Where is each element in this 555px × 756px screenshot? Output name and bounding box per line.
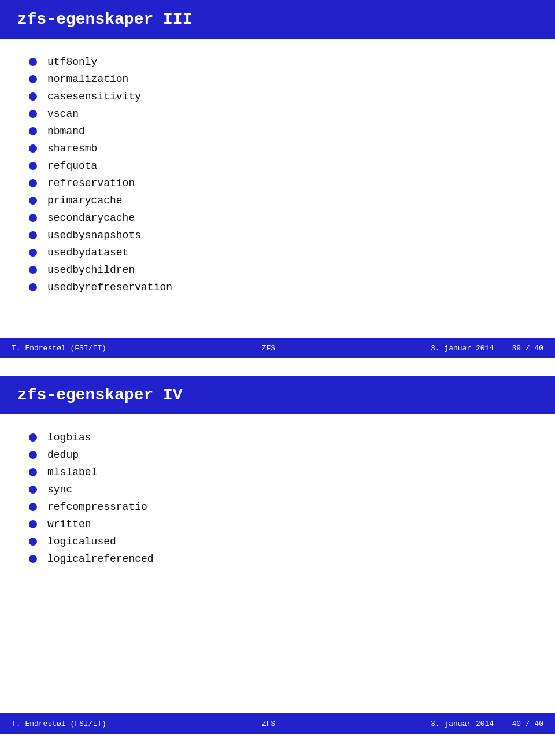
slide2-bullet-list: logbiasdedupmlslabelsyncrefcompressratio…	[29, 432, 538, 565]
list-item-text: sync	[47, 484, 72, 495]
list-item: usedbysnapshots	[29, 229, 538, 241]
bullet-dot-icon	[29, 127, 37, 135]
slide2-title: zfs-egenskaper IV	[17, 386, 538, 404]
list-item-text: dedup	[47, 449, 79, 461]
list-item-text: logicalused	[47, 536, 116, 547]
list-item: sharesmb	[29, 143, 538, 154]
bullet-dot-icon	[29, 179, 37, 187]
list-item-text: usedbydataset	[47, 247, 128, 258]
bullet-dot-icon	[29, 520, 37, 528]
list-item: sync	[29, 484, 538, 495]
bullet-dot-icon	[29, 503, 37, 511]
bullet-dot-icon	[29, 555, 37, 563]
list-item-text: utf8only	[47, 56, 97, 68]
bullet-dot-icon	[29, 92, 37, 101]
bullet-dot-icon	[29, 249, 37, 257]
list-item: logicalreferenced	[29, 553, 538, 565]
list-item-text: secondarycache	[47, 212, 135, 224]
bullet-dot-icon	[29, 266, 37, 274]
bullet-dot-icon	[29, 231, 37, 239]
slide2-footer-center: ZFS	[262, 720, 275, 728]
slide-2: zfs-egenskaper IV logbiasdedupmlslabelsy…	[0, 376, 555, 734]
bullet-dot-icon	[29, 110, 37, 118]
list-item-text: refquota	[47, 160, 97, 172]
list-item-text: casesensitivity	[47, 91, 141, 102]
list-item-text: nbmand	[47, 125, 85, 137]
slide2-header: zfs-egenskaper IV	[0, 376, 555, 414]
list-item-text: refreservation	[47, 177, 135, 189]
list-item-text: refcompressratio	[47, 501, 147, 513]
list-item: mlslabel	[29, 466, 538, 478]
list-item: refcompressratio	[29, 501, 538, 513]
slide2-footer: T. Endrestøl (FSI/IT) ZFS 3. januar 2014…	[0, 713, 555, 734]
bullet-dot-icon	[29, 58, 37, 66]
list-item: usedbychildren	[29, 264, 538, 276]
list-item: utf8only	[29, 56, 538, 68]
list-item: primarycache	[29, 195, 538, 206]
list-item-text: primarycache	[47, 195, 123, 206]
list-item: casesensitivity	[29, 91, 538, 102]
slide-divider	[0, 358, 555, 376]
list-item: nbmand	[29, 125, 538, 137]
slide-1: zfs-egenskaper III utf8onlynormalization…	[0, 0, 555, 358]
slide2-content: logbiasdedupmlslabelsyncrefcompressratio…	[0, 426, 555, 713]
slide1-footer-right-page: 3. januar 2014 39 / 40	[431, 344, 543, 353]
bullet-dot-icon	[29, 451, 37, 459]
list-item-text: mlslabel	[47, 466, 97, 478]
list-item: refreservation	[29, 177, 538, 189]
list-item-text: written	[47, 518, 91, 530]
list-item-text: usedbysnapshots	[47, 229, 141, 241]
list-item-text: sharesmb	[47, 143, 97, 154]
list-item-text: vscan	[47, 108, 79, 120]
list-item: normalization	[29, 73, 538, 85]
bullet-dot-icon	[29, 144, 37, 153]
bullet-dot-icon	[29, 433, 37, 442]
slide1-content: utf8onlynormalizationcasesensitivityvsca…	[0, 50, 555, 338]
bullet-dot-icon	[29, 468, 37, 476]
bullet-dot-icon	[29, 162, 37, 170]
slide1-footer-center: ZFS	[262, 344, 275, 353]
list-item: written	[29, 518, 538, 530]
list-item-text: logbias	[47, 432, 91, 443]
bullet-dot-icon	[29, 486, 37, 494]
slide1-header: zfs-egenskaper III	[0, 0, 555, 39]
slide1-bullet-list: utf8onlynormalizationcasesensitivityvsca…	[29, 56, 538, 293]
list-item: logbias	[29, 432, 538, 443]
list-item: logicalused	[29, 536, 538, 547]
bullet-dot-icon	[29, 283, 37, 291]
bullet-dot-icon	[29, 197, 37, 205]
list-item-text: normalization	[47, 73, 128, 85]
bullet-dot-icon	[29, 214, 37, 222]
slide1-title: zfs-egenskaper III	[17, 10, 538, 28]
list-item: vscan	[29, 108, 538, 120]
list-item: usedbydataset	[29, 247, 538, 258]
list-item: secondarycache	[29, 212, 538, 224]
slide1-footer-left: T. Endrestøl (FSI/IT)	[12, 344, 106, 353]
slide2-footer-left: T. Endrestøl (FSI/IT)	[12, 720, 106, 728]
bullet-dot-icon	[29, 538, 37, 546]
list-item: dedup	[29, 449, 538, 461]
bullet-dot-icon	[29, 75, 37, 83]
list-item-text: logicalreferenced	[47, 553, 154, 565]
slide1-footer: T. Endrestøl (FSI/IT) ZFS 3. januar 2014…	[0, 338, 555, 358]
slide2-footer-right-page: 3. januar 2014 40 / 40	[431, 720, 543, 728]
list-item: refquota	[29, 160, 538, 172]
list-item-text: usedbychildren	[47, 264, 135, 276]
list-item-text: usedbyrefreservation	[47, 281, 172, 293]
list-item: usedbyrefreservation	[29, 281, 538, 293]
